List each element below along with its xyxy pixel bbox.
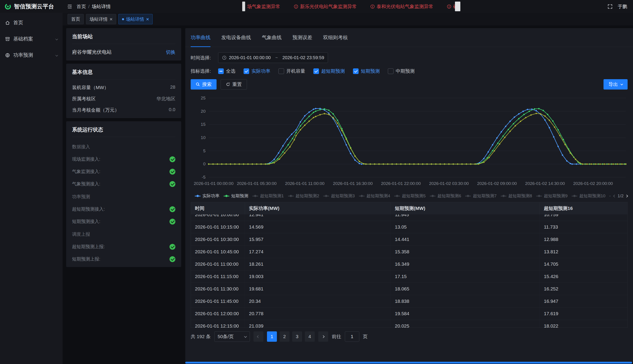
legend-label: 超短期预测2 [296, 193, 319, 199]
alert-icon [447, 4, 451, 9]
legend-item[interactable]: 超短期预测9 [536, 193, 568, 199]
sidebar-collapse-icon[interactable] [67, 4, 73, 9]
table-header-cell: 短期预测(MW) [391, 202, 540, 214]
checkbox-indeterminate-icon [218, 68, 224, 74]
close-icon[interactable] [110, 18, 113, 21]
export-button[interactable]: 导出 [603, 79, 627, 90]
chevron-left-icon [257, 335, 260, 338]
active-tab-dot-icon [122, 18, 124, 20]
legend-item[interactable]: 超短期预测6 [430, 193, 461, 199]
svg-text:2026-01-02 20:00:00: 2026-01-02 20:00:00 [573, 181, 613, 186]
page-button-1[interactable]: 1 [267, 332, 277, 342]
prev-page-button[interactable] [253, 332, 263, 342]
checkbox-startup-capacity[interactable]: 开机容量 [278, 68, 305, 74]
table-cell: 10.759 [540, 214, 627, 221]
legend-item[interactable]: 短期预测 [224, 193, 248, 199]
chevron-down-icon [55, 38, 58, 40]
reset-button[interactable]: 重置 [221, 79, 247, 90]
checkbox-mid-term-forecast[interactable]: 中期预测 [388, 68, 415, 74]
legend-label: 超短期预测7 [473, 193, 497, 199]
legend-prev-icon[interactable] [613, 194, 616, 198]
fullscreen-icon[interactable] [607, 4, 613, 9]
status-item: 超短期预测上报: [72, 244, 175, 250]
table-header-row: 时间实际功率(MW)短期预测(MW)超短期预测16 [191, 202, 627, 214]
legend-item[interactable]: 超短期预测2 [288, 193, 319, 199]
legend-item[interactable]: 超短期预测3 [323, 193, 355, 199]
breadcrumb-home[interactable]: 首页 [77, 3, 86, 10]
tab-two-rules-assessment[interactable]: 双细则考核 [323, 28, 348, 47]
status-item: 气象预测接入: [72, 181, 175, 187]
table-cell: 14.705 [540, 258, 627, 270]
table-cell: 19.003 [245, 270, 391, 282]
legend-item[interactable]: 实际功率 [195, 193, 220, 199]
sidebar-item-home[interactable]: 首页 [0, 14, 63, 31]
tab-power-curve[interactable]: 功率曲线 [191, 28, 211, 47]
checkbox-actual-power[interactable]: 实际功率 [244, 68, 270, 74]
breadcrumb-separator: / [88, 4, 90, 9]
page-button-3[interactable]: 3 [292, 332, 302, 342]
switch-station-link[interactable]: 切换 [166, 49, 175, 55]
page-tab-station-detail[interactable]: 场站详情 [86, 14, 116, 24]
table-row: 2026-01-01 11:45:0020.3418.83816.947 [191, 295, 627, 307]
goto-page-input[interactable] [345, 332, 359, 342]
legend-next-icon[interactable] [625, 194, 628, 198]
legend-marker-icon [536, 196, 542, 196]
table-cell: 14.441 [391, 233, 540, 246]
legend-item[interactable]: 超短期预测4 [359, 193, 390, 199]
tab-weather-curve[interactable]: 气象曲线 [262, 28, 282, 47]
checkbox-checked-icon [313, 68, 319, 74]
legend-pager: 1/2 [614, 194, 627, 198]
status-group-title: 数据接入 [72, 144, 175, 150]
table-cell: 20.34 [245, 295, 391, 307]
tab-forecast-error[interactable]: 预测误差 [292, 28, 312, 47]
legend-item[interactable]: 超短期预测1 [252, 193, 284, 199]
search-button[interactable]: 搜索 [191, 79, 217, 90]
chevron-right-icon [322, 335, 325, 338]
reset-icon [226, 82, 230, 86]
legend-marker-icon [394, 196, 400, 196]
sidebar-item-basic-archive[interactable]: 基础档案 [0, 31, 63, 47]
username[interactable]: 于鹏 [618, 3, 627, 10]
horizontal-scrollbar-thumb[interactable] [185, 362, 632, 364]
checkbox-ultra-short-term-forecast[interactable]: 超短期预测 [313, 68, 345, 74]
legend-item[interactable]: 超短期预测5 [394, 193, 426, 199]
checkbox-checked-icon [244, 68, 249, 74]
legend-label: 超短期预测4 [366, 193, 390, 199]
next-page-button[interactable] [318, 332, 328, 342]
legend-marker-icon [195, 196, 201, 196]
pagination: 共 192 条 50条/页 1234 前往 页 [191, 332, 627, 342]
legend-label: 短期预测 [231, 193, 248, 199]
system-status-card: 系统运行状态 数据接入 现场监测接入: 气象监测接入: 气象预测接入: 功率预测… [66, 121, 181, 267]
checkbox-select-all[interactable]: 全选 [218, 68, 235, 74]
divider [72, 79, 175, 80]
legend-item[interactable]: 超短期预测11 [609, 193, 610, 199]
checkbox-short-term-forecast[interactable]: 短期预测 [353, 68, 380, 74]
tab-device-curve[interactable]: 发电设备曲线 [221, 28, 251, 47]
legend-marker-icon [323, 196, 329, 196]
clock-icon [222, 55, 227, 60]
table-cell: 18.065 [391, 282, 540, 295]
legend-marker-icon [571, 196, 577, 196]
table-cell: 16.947 [540, 295, 627, 307]
close-icon[interactable] [146, 18, 149, 21]
page-tab-station-detail-active[interactable]: 场站详情 [118, 14, 153, 24]
legend-item[interactable]: 超短期预测10 [571, 193, 605, 199]
legend-item[interactable]: 超短期预测8 [501, 193, 532, 199]
logo-icon [5, 3, 11, 10]
power-chart[interactable]: 2520151050-52026-01-01 00:00:002026-01-0… [191, 94, 627, 192]
table-cell: 2026-01-01 10:00:00 [191, 214, 245, 221]
checkbox-unchecked-icon [388, 68, 393, 74]
ticker-mask-right [455, 2, 460, 11]
page-tab-home[interactable]: 首页 [68, 14, 84, 24]
page-button-4[interactable]: 4 [305, 332, 315, 342]
status-item: 超短期预测接入: [72, 206, 175, 212]
svg-text:25: 25 [201, 96, 206, 100]
table-cell: 2026-01-01 12:15:00 [191, 320, 245, 328]
page-size-select[interactable]: 50条/页 [214, 332, 250, 342]
table-cell: 18.838 [391, 295, 540, 307]
date-range-picker[interactable]: 2026-01-01 00:00:00 ~ 2026-01-02 23:59:5… [218, 52, 328, 63]
legend-marker-icon [224, 196, 229, 196]
sidebar-item-power-forecast[interactable]: 功率预测 [0, 47, 63, 63]
page-button-2[interactable]: 2 [280, 332, 289, 342]
legend-item[interactable]: 超短期预测7 [465, 193, 497, 199]
